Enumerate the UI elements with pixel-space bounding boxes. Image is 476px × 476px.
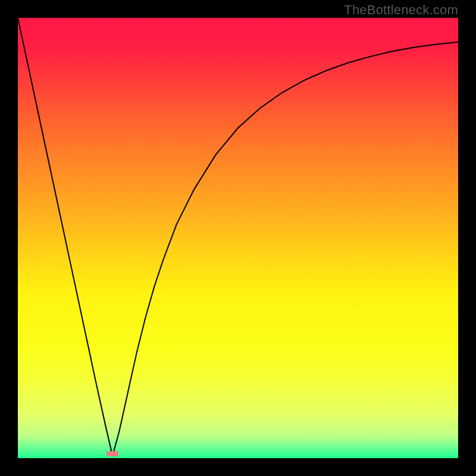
chart-frame: TheBottleneck.com — [0, 0, 476, 476]
watermark-text: TheBottleneck.com — [344, 2, 458, 18]
plot-area — [18, 18, 458, 458]
chart-svg — [18, 18, 458, 458]
minimum-marker — [107, 451, 119, 456]
chart-background — [18, 18, 458, 458]
